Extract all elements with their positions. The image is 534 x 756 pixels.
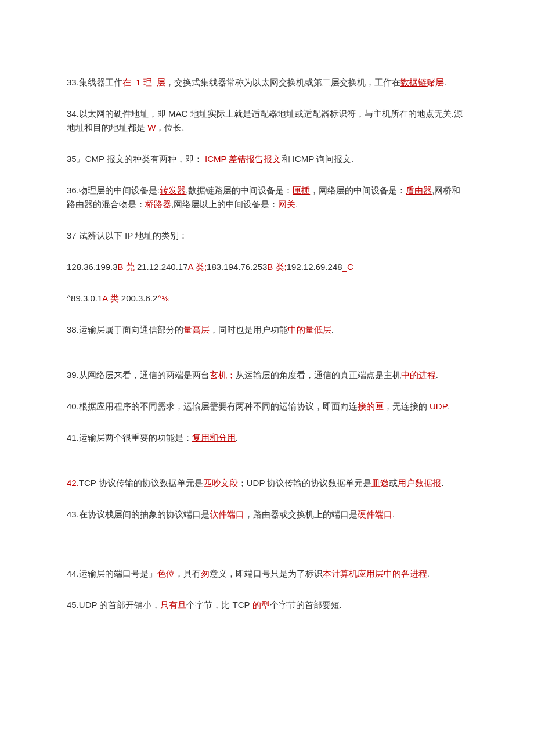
q42-prefix: 42. — [67, 478, 79, 488]
q40-blank1: 接的匣 — [358, 401, 384, 411]
q44: 44.运输层的端口号是」色位，具有匆意义，即端口号只是为了标识本计算机应用层中的… — [67, 567, 467, 581]
q45-text3: 个字节的首部要短. — [270, 600, 342, 610]
q42: 42.TCP 协议传输的协议数据单元是匹吵文段；UDP 协议传输的协议数据单元是… — [67, 476, 467, 490]
q37-a5: A 类 — [102, 293, 118, 303]
q40: 40.根据应用程序的不同需求，运输层需要有两种不同的运输协议，即面向连接的匣，无… — [67, 399, 467, 413]
q42-text3: 或 — [389, 478, 398, 488]
q37-ip4: 192.12.69.248 — [287, 262, 342, 272]
q41: 41.运输层两个很重要的功能是：复用和分用. — [67, 431, 467, 445]
q39-text2: 从运输层的角度看，通信的真正端点是主机 — [236, 370, 401, 380]
q37-a3: B 类; — [267, 262, 286, 272]
q45-blank2: 的型 — [252, 600, 270, 610]
q36-blank1: 转发器 — [160, 185, 186, 195]
q34: 34.以太网的硬件地址，即 MAC 地址实际上就是适配器地址或适配器标识符，与主… — [67, 107, 467, 135]
q45: 45.UDP 的首部开销小，只有旦个字节，比 TCP 的型个字节的首部要短. — [67, 598, 467, 612]
q39-blank1: 玄机； — [210, 370, 236, 380]
q36: 36.物理层的中间设备是:转发器,数据链路层的中间设备是：匣捶，网络层的中间设备… — [67, 183, 467, 211]
document-page: 33.集线器工作在_1 理_层，交换式集线器常称为以太网交换机或第二层交换机，工… — [0, 0, 534, 756]
q38-blank1: 量高层 — [183, 325, 210, 334]
q37-ip6: 200.3.6.2 — [119, 293, 158, 303]
q37-text: 37 试辨认以下 IP 地址的类别： — [67, 231, 187, 240]
q44-blank3: 本计算机应用层中的各进程 — [323, 568, 427, 578]
q36-blank3: 盾由器 — [406, 185, 432, 195]
q34-blank1: W — [147, 123, 156, 132]
q43-text3: . — [392, 509, 395, 519]
q34-text2: ，位长. — [156, 123, 184, 132]
q35-text2: 和 ICMP 询问报文. — [282, 154, 354, 164]
q40-text2: ，无连接的 — [384, 401, 430, 411]
q42-blank3: 用户数据报 — [398, 478, 441, 488]
q38: 38.运输层属于面向通信部分的量高层，同时也是用户功能中的量低层. — [67, 323, 467, 337]
q44-blank2: 匆 — [201, 568, 210, 578]
q33-text3: . — [444, 77, 446, 87]
q33-blank1: 在_1 理_层 — [122, 77, 165, 87]
q33-text: 33.集线器工作 — [67, 77, 122, 87]
q45-blank1: 只有旦 — [160, 600, 186, 610]
q37-ip1: 128.36.199.3 — [67, 262, 118, 272]
q40-text3: . — [447, 401, 449, 411]
q37-a4: _C — [342, 262, 353, 272]
q44-blank1: 色位 — [157, 568, 175, 578]
q37-a2: A 类; — [188, 262, 207, 272]
q40-blank2: UDP — [430, 401, 447, 411]
q42-text: TCP 协议传输的协议数据单元是 — [79, 478, 203, 488]
q36-text5: ,网络层以上的中间设备是： — [171, 199, 278, 209]
q33-text2: ，交换式集线器常称为以太网交换机或第二层交换机，工作在 — [165, 77, 400, 87]
q33-blank2: 数据链 — [400, 77, 427, 87]
q41-text: 41.运输层两个很重要的功能是： — [67, 433, 192, 442]
q37-row1: 128.36.199.3B 莞 21.12.240.17A 类;183.194.… — [67, 260, 467, 274]
q45-text: 45.UDP 的首部开销小， — [67, 600, 160, 610]
q33-blank3: 赌层 — [427, 77, 444, 87]
q38-text3: . — [331, 325, 334, 334]
q43-text: 43.在协议栈层间的抽象的协议端口是 — [67, 509, 210, 519]
q38-text: 38.运输层属于面向通信部分的 — [67, 325, 183, 334]
q42-blank2: 皿邀 — [371, 478, 389, 488]
q37-ip5: ^89.3.0.1 — [67, 293, 102, 303]
q37-row2: ^89.3.0.1A 类 200.3.6.2^⅛ — [67, 291, 467, 305]
q35-blank1: ICMP 差错报告报文 — [203, 154, 282, 164]
q39: 39.从网络层来看，通信的两端是两台玄机；从运输层的角度看，通信的真正端点是主机… — [67, 368, 467, 382]
q38-blank2: 中的量低层 — [288, 325, 331, 334]
q44-text3: 意义，即端口号只是为了标识 — [210, 568, 323, 578]
q41-blank1: 复用和分用 — [192, 433, 236, 442]
q44-text4: . — [427, 568, 430, 578]
q39-text3: . — [436, 370, 438, 380]
q38-text2: ，同时也是用户功能 — [210, 325, 288, 334]
q37-ip3: 183.194.76.253 — [207, 262, 267, 272]
q37-a1: B 莞 — [118, 262, 137, 272]
q44-text2: ，具有 — [175, 568, 201, 578]
q34-text: 34.以太网的硬件地址，即 MAC 地址实际上就是适配器地址或适配器标识符，与主… — [67, 109, 463, 132]
q44-text: 44.运输层的端口号是」 — [67, 568, 157, 578]
q33: 33.集线器工作在_1 理_层，交换式集线器常称为以太网交换机或第二层交换机，工… — [67, 75, 467, 89]
q43-text2: ，路由器或交换机上的端口是 — [244, 509, 358, 519]
q36-blank5: 网关 — [278, 199, 295, 209]
q39-blank2: 中的进程 — [401, 370, 436, 380]
q37-ip2: 21.12.240.17 — [137, 262, 188, 272]
q42-text2: ；UDP 协议传输的协议数据单元是 — [238, 478, 372, 488]
q36-blank4: 桥路器 — [145, 199, 171, 209]
q39-text: 39.从网络层来看，通信的两端是两台 — [67, 370, 210, 380]
q36-blank2: 匣捶 — [293, 185, 310, 195]
q35: 35』CMP 报文的种类有两种，即： ICMP 差错报告报文和 ICMP 询问报… — [67, 152, 467, 166]
q40-text: 40.根据应用程序的不同需求，运输层需要有两种不同的运输协议，即面向连 — [67, 401, 358, 411]
q37-a6: ^⅛ — [157, 293, 169, 303]
q35-text: 35』CMP 报文的种类有两种，即： — [67, 154, 203, 164]
q43: 43.在协议栈层间的抽象的协议端口是软件端口，路由器或交换机上的端口是硬件端口. — [67, 507, 467, 521]
q43-blank1: 软件端口 — [210, 509, 244, 519]
q36-text: 36.物理层的中间设备是: — [67, 185, 160, 195]
q36-text2: ,数据链路层的中间设备是： — [186, 185, 293, 195]
q36-text6: . — [295, 199, 298, 209]
q36-text3: ，网络层的中间设备是： — [310, 185, 406, 195]
q43-blank2: 硬件端口 — [358, 509, 392, 519]
q41-text2: . — [236, 433, 238, 442]
q45-text2: 个字节，比 TCP — [186, 600, 252, 610]
q42-blank1: 匹吵文段 — [203, 478, 238, 488]
q42-text4: . — [441, 478, 443, 488]
q37-header: 37 试辨认以下 IP 地址的类别： — [67, 229, 467, 243]
